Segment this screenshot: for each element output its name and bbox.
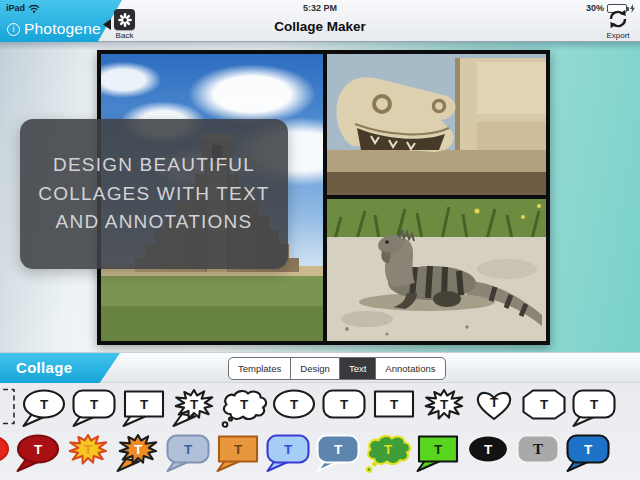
- svg-text:T: T: [490, 395, 499, 410]
- svg-text:T: T: [240, 397, 249, 412]
- text-bubble-rect-speech[interactable]: T: [414, 433, 462, 477]
- svg-text:T: T: [340, 397, 349, 412]
- svg-text:T: T: [590, 397, 599, 412]
- bubble-shape-icon: T: [164, 433, 212, 473]
- page-title: Collage Maker: [160, 19, 480, 34]
- bubble-shape-icon: T: [470, 388, 518, 428]
- info-icon[interactable]: i: [7, 23, 20, 36]
- bubble-shape-icon: [0, 433, 12, 473]
- text-bubble-dashed[interactable]: [0, 388, 18, 432]
- text-bubble-octagon[interactable]: T: [520, 388, 568, 432]
- text-bubble-round-speech[interactable]: T: [314, 433, 362, 477]
- text-bubble-round-speech[interactable]: T: [564, 433, 612, 477]
- bubble-shape-icon: T: [120, 388, 168, 428]
- bubble-shape-icon: T: [114, 433, 162, 473]
- back-button[interactable]: Back: [103, 9, 135, 40]
- text-bubble-round-speech[interactable]: T: [264, 433, 312, 477]
- text-bubble-round[interactable]: T: [320, 388, 368, 432]
- text-bubble-round-speech[interactable]: T: [164, 433, 212, 477]
- text-bubble-star[interactable]: T: [420, 388, 468, 432]
- bubble-shape-icon: T: [364, 433, 412, 473]
- text-bubble-star[interactable]: T: [64, 433, 112, 477]
- svg-text:T: T: [134, 442, 143, 457]
- svg-text:T: T: [533, 441, 543, 457]
- collage-tool-panel: Collage Templates Design Text Annotation…: [0, 352, 640, 480]
- text-bubble-ellipse[interactable]: T: [270, 388, 318, 432]
- tab-templates[interactable]: Templates: [229, 358, 290, 379]
- text-bubble-star-speech[interactable]: T: [170, 388, 218, 432]
- bubble-shape-icon: T: [464, 433, 512, 473]
- bubble-shape-icon: T: [564, 433, 612, 473]
- app-name: Photogene: [24, 20, 101, 38]
- text-bubble-ellipse-speech[interactable]: T: [20, 388, 68, 432]
- text-bubble-gallery: TTTTTTTTTTTT TTTTTTTTTTTT: [0, 383, 640, 479]
- bubble-row-outline: TTTTTTTTTTTT: [0, 388, 640, 434]
- svg-text:T: T: [284, 442, 293, 457]
- text-bubble-round-speech[interactable]: T: [70, 388, 118, 432]
- bubble-shape-icon: T: [414, 433, 462, 473]
- svg-text:T: T: [334, 442, 343, 457]
- collage-photo-iguana[interactable]: [327, 199, 546, 341]
- text-bubble-ellipse-speech[interactable]: T: [14, 433, 62, 477]
- bubble-shape-icon: T: [314, 433, 362, 473]
- svg-text:T: T: [40, 397, 49, 412]
- bubble-shape-icon: T: [70, 388, 118, 428]
- bubble-shape-icon: T: [264, 433, 312, 473]
- text-bubble-cloud-dots[interactable]: T: [364, 433, 412, 477]
- text-bubble-ellipse[interactable]: T: [464, 433, 512, 477]
- collage-photo-serpent[interactable]: [327, 54, 546, 195]
- svg-text:T: T: [184, 442, 193, 457]
- panel-title: Collage: [16, 359, 72, 376]
- export-icon: [606, 7, 630, 31]
- bubble-shape-icon: T: [320, 388, 368, 428]
- svg-text:T: T: [384, 442, 393, 457]
- battery-charging-icon: [630, 4, 635, 13]
- mode-segmented-control: Templates Design Text Annotations: [228, 357, 446, 380]
- iguana-illustration: [327, 199, 546, 341]
- photogene-flower-icon: [114, 9, 135, 30]
- export-button[interactable]: Export: [606, 7, 630, 40]
- text-bubble-round[interactable]: T: [514, 433, 562, 477]
- battery-percent: 30%: [586, 3, 604, 13]
- text-bubble-star-speech[interactable]: T: [114, 433, 162, 477]
- text-bubble-round-speech[interactable]: T: [570, 388, 618, 432]
- bubble-shape-icon: T: [270, 388, 318, 428]
- svg-text:T: T: [190, 397, 199, 412]
- bubble-row-colored: TTTTTTTTTTTT: [0, 433, 640, 479]
- bubble-shape-icon: T: [220, 388, 268, 428]
- svg-text:T: T: [540, 397, 549, 412]
- navigation-bar: iPad 5:32 PM 30% i Photogene: [0, 0, 640, 42]
- bubble-shape-icon: T: [20, 388, 68, 428]
- bubble-shape-icon: T: [214, 433, 262, 473]
- svg-text:T: T: [84, 442, 93, 457]
- tab-annotations[interactable]: Annotations: [375, 358, 444, 379]
- panel-header: Collage Templates Design Text Annotation…: [0, 352, 640, 383]
- tab-text[interactable]: Text: [339, 358, 375, 379]
- export-label: Export: [606, 31, 629, 40]
- app-screen: iPad 5:32 PM 30% i Photogene: [0, 0, 640, 480]
- svg-text:T: T: [234, 442, 243, 457]
- app-logo: i Photogene: [7, 20, 101, 38]
- bubble-shape-icon: [0, 388, 18, 428]
- text-bubble-heart[interactable]: T: [470, 388, 518, 432]
- text-bubble-rect[interactable]: T: [370, 388, 418, 432]
- back-arrow-icon: [103, 19, 111, 30]
- bubble-shape-icon: T: [14, 433, 62, 473]
- back-label: Back: [116, 31, 134, 40]
- bubble-shape-icon: T: [370, 388, 418, 428]
- annotation-note[interactable]: DESIGN BEAUTIFUL COLLAGES WITH TEXT AND …: [20, 119, 288, 269]
- tab-design[interactable]: Design: [290, 358, 339, 379]
- svg-text:T: T: [34, 442, 43, 457]
- svg-text:T: T: [440, 397, 449, 412]
- text-bubble-ellipse[interactable]: [0, 433, 12, 477]
- text-bubble-rect-speech[interactable]: T: [214, 433, 262, 477]
- svg-text:T: T: [290, 397, 299, 412]
- text-bubble-rect-speech[interactable]: T: [120, 388, 168, 432]
- svg-text:T: T: [390, 397, 399, 412]
- bubble-shape-icon: T: [420, 388, 468, 428]
- text-bubble-cloud-dots[interactable]: T: [220, 388, 268, 432]
- bubble-shape-icon: T: [170, 388, 218, 428]
- bubble-shape-icon: T: [520, 388, 568, 428]
- serpent-illustration: [327, 54, 546, 195]
- bubble-shape-icon: T: [64, 433, 112, 473]
